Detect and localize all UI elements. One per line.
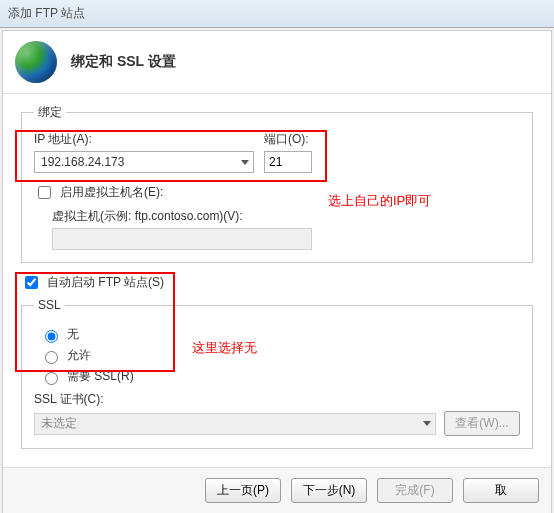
view-cert-button: 查看(W)... [444, 411, 520, 436]
ssl-legend: SSL [34, 298, 65, 312]
cert-select[interactable]: 未选定 [34, 413, 436, 435]
ssl-require-radio[interactable] [45, 372, 58, 385]
next-button[interactable]: 下一步(N) [291, 478, 367, 503]
port-label: 端口(O): [264, 131, 312, 148]
page-title: 绑定和 SSL 设置 [71, 53, 176, 71]
dialog-content: 绑定 IP 地址(A): 192.168.24.173 端口(O): 启用虚拟主… [3, 94, 551, 467]
ssl-none-radio[interactable] [45, 330, 58, 343]
binding-legend: 绑定 [34, 104, 66, 121]
cert-label: SSL 证书(C): [34, 392, 104, 406]
ssl-allow-label: 允许 [67, 347, 91, 364]
ip-select[interactable]: 192.168.24.173 [34, 151, 254, 173]
cert-value: 未选定 [41, 415, 77, 432]
chevron-down-icon [423, 421, 431, 426]
autostart-checkbox[interactable] [25, 276, 38, 289]
ssl-none-label: 无 [67, 326, 79, 343]
cancel-button[interactable]: 取 [463, 478, 539, 503]
ssl-fieldset: SSL 无 允许 需要 SSL(R) SSL 证书(C): [21, 298, 533, 449]
titlebar: 添加 FTP 站点 [0, 0, 554, 28]
vhost-label: 虚拟主机(示例: ftp.contoso.com)(V): [52, 209, 243, 223]
dialog-header: 绑定和 SSL 设置 [3, 31, 551, 94]
enable-vhost-label: 启用虚拟主机名(E): [60, 184, 163, 201]
ssl-require-label: 需要 SSL(R) [67, 368, 134, 385]
enable-vhost-checkbox[interactable] [38, 186, 51, 199]
annotation-text-ssl: 这里选择无 [192, 339, 257, 357]
finish-button: 完成(F) [377, 478, 453, 503]
titlebar-text: 添加 FTP 站点 [8, 5, 85, 22]
annotation-text-ip: 选上自己的IP即可 [328, 192, 431, 210]
ip-label: IP 地址(A): [34, 131, 254, 148]
port-input[interactable] [264, 151, 312, 173]
autostart-label: 自动启动 FTP 站点(S) [47, 274, 164, 291]
dialog-footer: 上一页(P) 下一步(N) 完成(F) 取 [3, 467, 551, 513]
dialog-window: 绑定和 SSL 设置 绑定 IP 地址(A): 192.168.24.173 端… [2, 30, 552, 513]
ip-value: 192.168.24.173 [41, 155, 124, 169]
binding-fieldset: 绑定 IP 地址(A): 192.168.24.173 端口(O): 启用虚拟主… [21, 104, 533, 263]
chevron-down-icon [241, 160, 249, 165]
vhost-input [52, 228, 312, 250]
globe-icon [15, 41, 57, 83]
ssl-allow-radio[interactable] [45, 351, 58, 364]
prev-button[interactable]: 上一页(P) [205, 478, 281, 503]
